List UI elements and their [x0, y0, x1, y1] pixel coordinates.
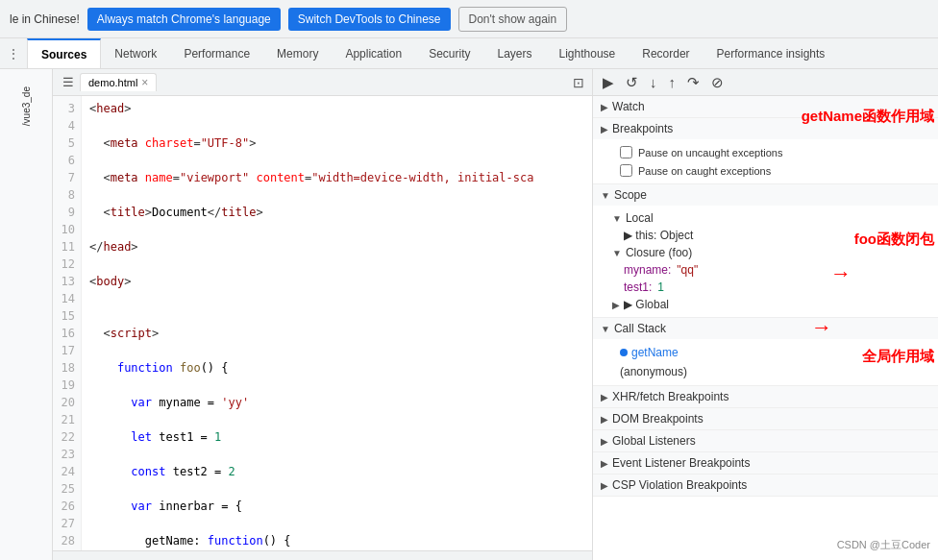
file-tree-icon[interactable]: ☰	[57, 75, 80, 89]
closure-arrow: ▼	[612, 248, 622, 258]
tab-memory[interactable]: Memory	[263, 38, 332, 68]
line-numbers: 3456789101112131415161718192021222324252…	[53, 96, 82, 550]
step-over-btn[interactable]: ↺	[622, 72, 642, 93]
notif-text: le in Chinese!	[10, 12, 80, 26]
editor-tab-close[interactable]: ×	[141, 76, 148, 89]
tab-layers[interactable]: Layers	[484, 38, 546, 68]
tab-security[interactable]: Security	[415, 38, 483, 68]
breakpoints-body: Pause on uncaught exceptions Pause on ca…	[593, 139, 938, 183]
local-header[interactable]: ▼ Local	[612, 209, 930, 227]
pause-uncaught-checkbox[interactable]	[620, 146, 632, 158]
format-btn[interactable]: ⊡	[569, 73, 588, 92]
local-body: ▶ this: Object	[612, 227, 930, 244]
step-btn[interactable]: ↷	[683, 72, 704, 93]
xhr-arrow: ▶	[601, 392, 608, 402]
event-listeners-label: Event Listener Breakpoints	[612, 456, 750, 470]
editor-area: ☰ demo.html × ⊡ 345678910111213141516171…	[53, 69, 592, 560]
closure-myname-key: myname:	[624, 263, 671, 277]
xhr-label: XHR/fetch Breakpoints	[612, 390, 728, 403]
scope-header[interactable]: ▼ Scope	[593, 184, 938, 206]
closure-myname-row: myname: "qq"	[624, 261, 930, 279]
event-listeners-arrow: ▶	[601, 458, 608, 469]
h-scrollbar[interactable]	[53, 550, 592, 560]
call-stack-getname[interactable]: getName	[601, 343, 930, 362]
tab-performance[interactable]: Performance	[170, 38, 263, 68]
right-toolbar: ▶ ↺ ↓ ↑ ↷ ⊘	[593, 69, 938, 96]
tab-application[interactable]: Application	[332, 38, 415, 68]
call-stack-item1-label: getName	[631, 346, 679, 359]
global-listeners-label: Global Listeners	[612, 434, 696, 448]
step-into-btn[interactable]: ↓	[646, 72, 661, 92]
sidebar-folder-label: /vue3_de	[21, 86, 32, 126]
xhr-header[interactable]: ▶ XHR/fetch Breakpoints	[593, 386, 938, 407]
global-label: ▶ Global	[624, 298, 669, 311]
breakpoints-arrow: ▶	[601, 124, 608, 134]
dom-arrow: ▶	[601, 414, 608, 425]
pause-caught-label: Pause on caught exceptions	[638, 165, 771, 177]
csp-header[interactable]: ▶ CSP Violation Breakpoints	[593, 475, 938, 496]
call-stack-arrow: ▼	[601, 324, 610, 334]
dom-section: ▶ DOM Breakpoints	[593, 408, 938, 430]
step-out-btn[interactable]: ↑	[665, 72, 680, 92]
editor-tab-demo[interactable]: demo.html ×	[80, 73, 157, 91]
csp-section: ▶ CSP Violation Breakpoints	[593, 475, 938, 497]
tab-recorder[interactable]: Recorder	[629, 38, 703, 68]
switch-chinese-btn[interactable]: Switch DevTools to Chinese	[288, 8, 451, 31]
this-row[interactable]: ▶ this: Object	[624, 227, 930, 244]
event-listeners-header[interactable]: ▶ Event Listener Breakpoints	[593, 452, 938, 474]
deactivate-btn[interactable]: ⊘	[707, 72, 728, 93]
breakpoints-header[interactable]: ▶ Breakpoints	[593, 118, 938, 139]
scope-body: ▼ Local ▶ this: Object ▼ Closure (foo)	[593, 206, 938, 317]
closure-body: myname: "qq" test1: 1	[612, 261, 930, 296]
call-stack-item2-label: (anonymous)	[620, 365, 687, 378]
pause-caught-checkbox[interactable]	[620, 164, 632, 177]
tab-sources[interactable]: Sources	[27, 38, 101, 68]
call-stack-header[interactable]: ▼ Call Stack	[593, 318, 938, 339]
xhr-section: ▶ XHR/fetch Breakpoints	[593, 386, 938, 408]
scope-section: ▼ Scope ▼ Local ▶ this: Object	[593, 184, 938, 318]
watch-header[interactable]: ▶ Watch	[593, 96, 938, 117]
local-label: Local	[626, 211, 654, 225]
editor-icons: ⊡	[569, 73, 588, 92]
call-stack-label: Call Stack	[614, 322, 666, 335]
pause-caught-row[interactable]: Pause on caught exceptions	[612, 161, 930, 180]
scope-label: Scope	[614, 188, 647, 202]
active-dot	[620, 349, 628, 356]
closure-myname-val: "qq"	[677, 263, 698, 277]
watch-section: ▶ Watch	[593, 96, 938, 118]
closure-label: Closure (foo)	[626, 246, 692, 259]
global-listeners-header[interactable]: ▶ Global Listeners	[593, 430, 938, 451]
closure-test1-row: test1: 1	[624, 279, 930, 296]
call-stack-body: getName (anonymous)	[593, 339, 938, 385]
dont-show-btn[interactable]: Don't show again	[458, 7, 568, 32]
event-listeners-section: ▶ Event Listener Breakpoints	[593, 452, 938, 475]
main-layout: /vue3_de ☰ demo.html × ⊡ 345678910111213…	[0, 69, 938, 560]
tab-perf-insights[interactable]: Performance insights	[704, 38, 839, 68]
dom-header[interactable]: ▶ DOM Breakpoints	[593, 408, 938, 429]
closure-test1-key: test1:	[624, 280, 652, 294]
call-stack-anonymous[interactable]: (anonymous)	[601, 362, 930, 381]
global-header[interactable]: ▶ ▶ Global	[612, 296, 930, 313]
breakpoints-label: Breakpoints	[612, 122, 673, 135]
tab-dots[interactable]: ⋮	[0, 38, 27, 68]
global-listeners-arrow: ▶	[601, 436, 608, 447]
right-panel-content: ▶ Watch ▶ Breakpoints Pause on uncaught …	[593, 96, 938, 560]
pause-uncaught-row[interactable]: Pause on uncaught exceptions	[612, 143, 930, 161]
code-content[interactable]: <head> <meta charset="UTF-8"> <meta name…	[82, 96, 592, 550]
right-panel: ▶ ↺ ↓ ↑ ↷ ⊘ ▶ Watch ▶ Breakpoints	[592, 69, 938, 560]
closure-test1-val: 1	[657, 280, 664, 294]
code-view: 3456789101112131415161718192021222324252…	[53, 96, 592, 550]
editor-tabs: ☰ demo.html × ⊡	[53, 69, 592, 96]
scope-arrow: ▼	[601, 190, 610, 201]
dom-label: DOM Breakpoints	[612, 412, 704, 426]
notification-bar: le in Chinese! Always match Chrome's lan…	[0, 0, 938, 38]
pause-uncaught-label: Pause on uncaught exceptions	[638, 147, 782, 158]
tab-lighthouse[interactable]: Lighthouse	[546, 38, 629, 68]
match-language-btn[interactable]: Always match Chrome's language	[87, 8, 281, 31]
tab-bar: ⋮ Sources Network Performance Memory App…	[0, 38, 938, 69]
closure-header[interactable]: ▼ Closure (foo)	[612, 244, 930, 261]
tab-network[interactable]: Network	[101, 38, 170, 68]
breakpoints-section: ▶ Breakpoints Pause on uncaught exceptio…	[593, 118, 938, 184]
left-sidebar: /vue3_de	[0, 69, 53, 560]
resume-btn[interactable]: ▶	[599, 72, 618, 93]
